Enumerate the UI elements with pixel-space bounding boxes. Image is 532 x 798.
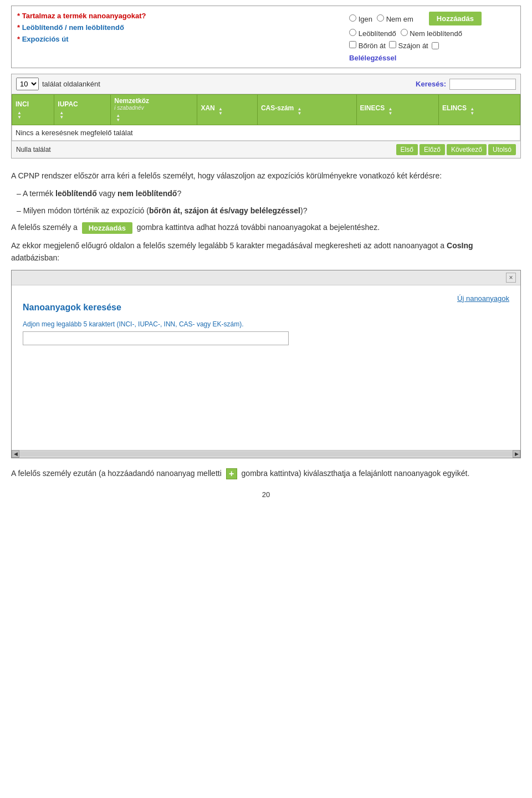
asterisk3: * [17,35,22,43]
main-para2: A felelős személy a Hozzáadás gombra kat… [11,221,521,234]
page-number-text: 20 [262,490,270,499]
new-nanoanyag-link[interactable]: Új nanoanyagok [457,294,509,303]
igen-radio-label[interactable]: Igen [349,14,372,23]
nemz-sort[interactable]: ▲▼ [116,114,120,122]
igen-radio[interactable] [349,14,356,22]
popup-body: Új nanoanyagok Nanoanyagok keresése Adjo… [12,285,520,354]
question2-row: * Leöblítendő / nem leöblítendő [17,23,349,32]
leob1-radio[interactable] [349,29,356,36]
dash-item-1: – A termék leöblítendő vagy nem leöblíte… [11,187,521,200]
popup-instruction: Adjon meg legalább 5 karaktert (INCI-, I… [23,320,509,328]
popup-scrollbar: ◀ ▶ [12,450,520,458]
nav-buttons: Első Előző Következő Utolsó [396,144,516,155]
question3-row: * Expozíciós út [17,35,349,43]
beleg-checkbox[interactable] [432,42,439,49]
expozicio-row: Bőrön át Szájon át [349,41,439,50]
question1-label: * Tartalmaz a termék nanoanyagokat? [17,12,161,20]
per-page-select[interactable]: 10 [16,78,39,90]
col-cas: CAS-szám ▲▼ [257,95,356,125]
bottom-para: A felelős személy ezután (a hozzáadandó … [11,467,521,479]
asterisk1: * [17,12,22,20]
leob-row: Leöblítendő Nem leöblítendő [349,29,462,38]
scroll-track [19,451,513,457]
leob2-text: Nem leöblítendő [410,29,462,38]
elincs-sort[interactable]: ▲▼ [470,107,474,116]
top-form: * Tartalmaz a termék nanoanyagokat? * Le… [11,6,521,68]
igen-label: Igen [359,15,372,23]
table-footer: Nulla találat Első Előző Következő Utols… [12,141,520,158]
leob1-label[interactable]: Leöblítendő [349,29,396,38]
no-result-row: Nincs a keresésnek megfelelő találat [12,125,520,141]
talalat-label: találat oldalanként [42,80,100,88]
no-result-text: Nincs a keresésnek megfelelő találat [16,129,133,137]
sza-jon-checkbox[interactable] [389,41,396,48]
table-controls: 10 találat oldalanként Keresés: [12,74,520,94]
popup-container: × Új nanoanyagok Nanoanyagok keresése Ad… [11,270,521,458]
close-button[interactable]: × [506,273,516,283]
para3-bold: CosIng [447,241,473,250]
iupac-sort[interactable]: ▲▼ [59,111,64,120]
leob2-label[interactable]: Nem leöblítendő [401,29,462,38]
form-left: * Tartalmaz a termék nanoanyagokat? * Le… [17,12,349,47]
asterisk2: * [17,23,22,32]
dash2-bold3: belélegzéssel [248,206,300,215]
first-button[interactable]: Első [396,144,418,155]
para3-suffix: adatbázisban: [11,253,59,262]
table-section: 10 találat oldalanként Keresés: INCI ▲▼ … [11,74,521,158]
scroll-right-arrow[interactable]: ▶ [513,450,520,458]
question3-text: Expozíciós út [22,35,69,43]
boron-checkbox[interactable] [349,41,356,48]
para2-prefix: A felelős személy a [11,223,80,232]
col-einecs: EINECS ▲▼ [356,95,438,125]
nem-label: Nem em [386,15,413,23]
col-elincs: ELINCS ▲▼ [438,95,520,125]
inci-sort[interactable]: ▲▼ [17,111,22,120]
dash1-prefix: – A termék [17,189,55,198]
next-button[interactable]: Következő [447,144,487,155]
xan-sort[interactable]: ▲▼ [218,107,223,116]
hozzaadas-button[interactable]: Hozzáadás [429,12,482,25]
dash1-mid: vagy [97,189,117,198]
cas-sort[interactable]: ▲▼ [298,107,302,116]
bottom-text-section: A felelős személy ezután (a hozzáadandó … [11,467,521,479]
col-nemzetkozi: Nemzetköz i szabadnév ▲▼ [111,95,197,125]
form-row-1: * Tartalmaz a termék nanoanyagokat? * Le… [17,12,515,62]
question1-row: * Tartalmaz a termék nanoanyagokat? [17,12,349,20]
boron-label[interactable]: Bőrön át [349,41,386,50]
popup-search-input[interactable] [23,331,289,345]
dash2-prefix: – Milyen módon történik az expozíció ( [17,206,149,215]
bottom-prefix: A felelős személy ezután (a hozzáadandó … [11,469,224,478]
plus-icon: + [226,468,237,479]
dash2-suffix: )? [300,206,307,215]
beleleg-row: Belélegzéssel [349,53,396,62]
para1-text: A CPNP rendszer először arra kéri a fele… [11,171,442,180]
nem-radio-label[interactable]: Nem em [377,14,413,23]
per-page-selector: 10 találat oldalanként [16,78,100,90]
page-number: 20 [0,490,532,499]
question1-text: Tartalmaz a termék nanoanyagokat? [22,12,146,20]
search-input[interactable] [449,79,516,90]
inline-hozzaadas-button[interactable]: Hozzáadás [82,222,132,234]
igen-nem-row: Igen Nem em Hozzáadás [349,12,482,25]
popup-title: Nanoanyagok keresése [23,303,509,313]
form-right: Igen Nem em Hozzáadás Leöblítendő Nem le… [349,12,515,62]
main-text-section: A CPNP rendszer először arra kéri a fele… [11,170,521,264]
col-xan: XAN ▲▼ [197,95,258,125]
main-para1: A CPNP rendszer először arra kéri a fele… [11,170,521,182]
sza-jon-label[interactable]: Szájon át [389,41,428,50]
prev-button[interactable]: Előző [420,144,445,155]
last-button[interactable]: Utolsó [488,144,516,155]
dash2-bold2: és/vagy [219,206,248,215]
dash1-suffix: ? [177,189,181,198]
sza-jon-text: Szájon át [398,42,428,50]
search-box: Keresés: [416,79,516,90]
leob1-text: Leöblítendő [359,29,396,38]
col-inci: INCI ▲▼ [12,95,54,125]
einecs-sort[interactable]: ▲▼ [388,107,393,116]
question2-label: * Leöblítendő / nem leöblítendő [17,23,161,32]
leob2-radio[interactable] [401,29,408,36]
question3-label: * Expozíciós út [17,35,161,43]
nem-radio[interactable] [377,14,384,22]
beleleg-text: Belélegzéssel [349,54,396,62]
scroll-left-arrow[interactable]: ◀ [12,450,19,458]
